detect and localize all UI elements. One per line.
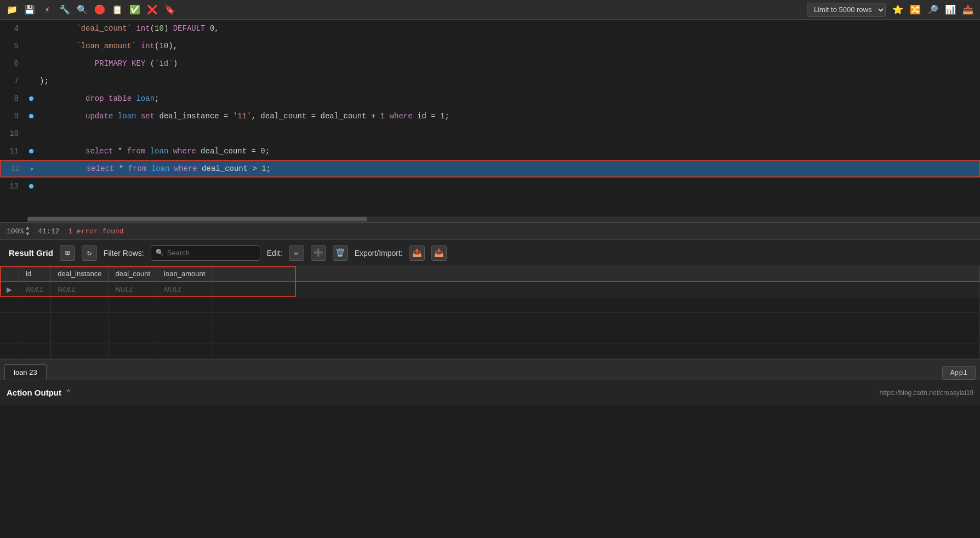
col-header-empty: [212, 266, 980, 282]
export-icon-btn[interactable]: 📤: [409, 245, 425, 261]
tab-loan23[interactable]: loan 23: [4, 364, 47, 380]
bookmark-icon[interactable]: 🔖: [162, 2, 178, 18]
cell-loan-amount-2[interactable]: [157, 297, 212, 313]
row-indicator-2: [0, 297, 19, 313]
top-toolbar: 📁 💾 ⚡ 🔧 🔍 🛑 📋 ✅ ❌ 🔖 Limit to 5000 rowsLi…: [0, 0, 980, 20]
col-header-loan-amount[interactable]: loan_amount: [157, 266, 212, 282]
commit-icon[interactable]: ✅: [127, 2, 143, 18]
limit-select[interactable]: Limit to 5000 rowsLimit to 5000 rows: [807, 3, 886, 17]
search-icon-small: 🔍: [156, 249, 164, 257]
zoom-icon[interactable]: 🔎: [925, 2, 941, 18]
cell-extra-5: [212, 344, 980, 359]
table-header-row: id deal_instance deal_count loan_amount: [0, 266, 980, 282]
filter-rows-label: Filter Rows:: [104, 249, 144, 257]
status-bar: 100% ▲▼ 41:12 1 error found: [0, 222, 980, 240]
row-indicator-header: [0, 266, 19, 282]
table-row[interactable]: [0, 328, 980, 344]
refresh-icon[interactable]: ↻: [82, 245, 97, 261]
result-toolbar: Result Grid ⊞ ↻ Filter Rows: 🔍 Edit: ✏️ …: [0, 240, 980, 266]
cell-deal-instance-3[interactable]: [51, 313, 109, 328]
cursor-position: 41:12: [38, 227, 59, 236]
row-indicator-3: [0, 313, 19, 328]
filter-search-input[interactable]: [167, 249, 249, 257]
data-table-wrapper: id deal_instance deal_count loan_amount …: [0, 266, 980, 359]
execute-icon[interactable]: ⚡: [39, 2, 55, 18]
action-output-label: Action Output: [7, 388, 61, 397]
cell-deal-count-5[interactable]: [109, 344, 157, 359]
cell-id-3[interactable]: [19, 313, 51, 328]
action-chevron-icon[interactable]: ⌃: [66, 387, 71, 398]
cell-deal-instance-2[interactable]: [51, 297, 109, 313]
save-icon[interactable]: 💾: [22, 2, 37, 18]
tab-bar: loan 23 Appl: [0, 359, 980, 380]
main-content: 4 `deal_count` int(10) DEFAULT 0, 5 `loa…: [0, 20, 980, 538]
cell-deal-count-4[interactable]: [109, 328, 157, 344]
result-grid-label: Result Grid: [9, 248, 53, 257]
star-icon[interactable]: ⭐: [890, 2, 905, 18]
cell-extra-3: [212, 313, 980, 328]
result-table: id deal_instance deal_count loan_amount …: [0, 266, 980, 359]
cell-id-5[interactable]: [19, 344, 51, 359]
filter-search-box[interactable]: 🔍: [151, 245, 260, 261]
cell-deal-count-1[interactable]: NULL: [109, 282, 157, 297]
code-line-12[interactable]: 12 ▶ select * from loan where deal_count…: [0, 160, 980, 178]
export-icon[interactable]: 📤: [960, 2, 976, 18]
cell-loan-amount-1[interactable]: NULL: [157, 282, 212, 297]
cell-id-2[interactable]: [19, 297, 51, 313]
code-line-9: 9 update loan set deal_instance = '11', …: [0, 107, 980, 125]
row-play-btn[interactable]: ▶: [0, 282, 19, 297]
cell-extra-1: [212, 282, 980, 297]
rollback-icon[interactable]: ❌: [145, 2, 160, 18]
cell-deal-instance-1[interactable]: NULL: [51, 282, 109, 297]
table-row[interactable]: [0, 313, 980, 328]
table-row[interactable]: [0, 297, 980, 313]
export-label: Export/Import:: [355, 249, 403, 257]
col-header-id[interactable]: id: [19, 266, 51, 282]
code-line-6: 6 PRIMARY KEY (`id`): [0, 55, 980, 72]
shuffle-icon[interactable]: 🔀: [908, 2, 923, 18]
code-editor[interactable]: 4 `deal_count` int(10) DEFAULT 0, 5 `loa…: [0, 20, 980, 222]
folder-icon[interactable]: 📁: [4, 2, 20, 18]
cell-id-4[interactable]: [19, 328, 51, 344]
cell-id-1[interactable]: NULL: [19, 282, 51, 297]
delete-row-icon[interactable]: 🗑️: [333, 245, 348, 261]
search-icon[interactable]: 🔍: [75, 2, 90, 18]
row-indicator-5: [0, 344, 19, 359]
schema-icon[interactable]: 📋: [110, 2, 125, 18]
url-display: https://blog.csdn.net/creasylai19: [880, 389, 973, 397]
grid-view-icon[interactable]: ⊞: [60, 245, 75, 261]
explain-icon[interactable]: 🔧: [57, 2, 72, 18]
edit-pencil-icon[interactable]: ✏️: [289, 245, 304, 261]
cell-deal-instance-4[interactable]: [51, 328, 109, 344]
stop-icon[interactable]: 🛑: [92, 2, 107, 18]
cell-loan-amount-5[interactable]: [157, 344, 212, 359]
grid-icon[interactable]: 📊: [943, 2, 958, 18]
edit-label: Edit:: [267, 249, 282, 257]
editor-scrollbar[interactable]: [27, 216, 980, 222]
cell-deal-count-3[interactable]: [109, 313, 157, 328]
cell-loan-amount-3[interactable]: [157, 313, 212, 328]
row-indicator-4: [0, 328, 19, 344]
editor-scroll-thumb[interactable]: [27, 217, 367, 221]
col-header-deal-instance[interactable]: deal_instance: [51, 266, 109, 282]
cell-deal-count-2[interactable]: [109, 297, 157, 313]
cell-extra-2: [212, 297, 980, 313]
col-header-deal-count[interactable]: deal_count: [109, 266, 157, 282]
apply-button[interactable]: Appl: [942, 366, 976, 380]
add-row-icon[interactable]: ➕: [311, 245, 326, 261]
cell-loan-amount-4[interactable]: [157, 328, 212, 344]
table-row[interactable]: ▶ NULL NULL NULL NULL: [0, 282, 980, 297]
zoom-control[interactable]: 100% ▲▼: [7, 225, 29, 237]
table-row[interactable]: [0, 344, 980, 359]
cell-extra-4: [212, 328, 980, 344]
zoom-level: 100%: [7, 227, 24, 236]
cell-deal-instance-5[interactable]: [51, 344, 109, 359]
error-indicator: 1 error found: [68, 227, 123, 236]
action-bar: Action Output ⌃ https://blog.csdn.net/cr…: [0, 380, 980, 405]
import-icon-btn[interactable]: 📥: [431, 245, 447, 261]
zoom-icon-up[interactable]: ▲▼: [26, 225, 29, 237]
